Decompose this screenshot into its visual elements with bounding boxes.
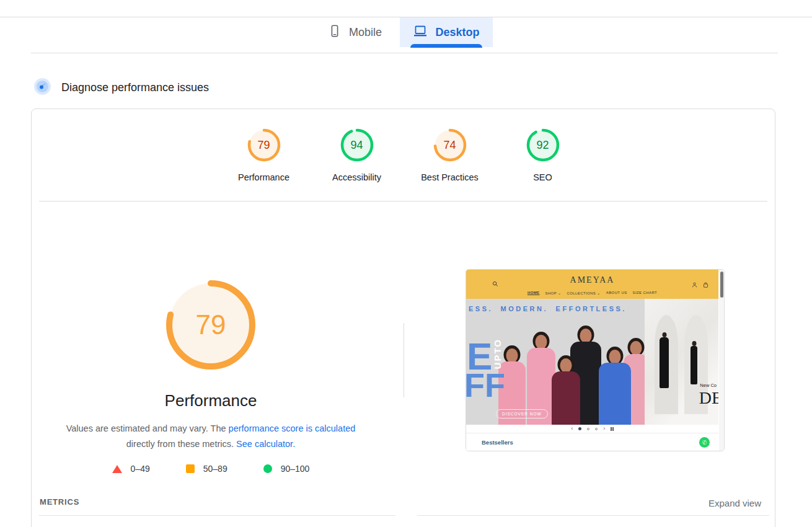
preview-side-word: DE <box>699 388 718 408</box>
tabs-bottom-divider <box>31 53 778 53</box>
section-heading: Diagnose performance issues <box>61 81 209 94</box>
preview-nav-shop: SHOP ⌄ <box>545 291 562 295</box>
seo-score: 92 <box>526 128 560 162</box>
legend-average: 50–89 <box>186 464 227 474</box>
preview-nav-size-chart: SIZE CHART <box>633 291 658 295</box>
summary-desc-text-2: directly from these metrics. <box>126 439 236 449</box>
carousel-dot <box>595 428 598 430</box>
preview-nav-about: ABOUT US <box>606 291 627 295</box>
score-legend: 0–49 50–89 90–100 <box>56 464 366 474</box>
carousel-dot <box>587 428 589 430</box>
preview-cart-icon <box>703 279 708 290</box>
preview-account-icon <box>692 279 697 290</box>
preview-bestsellers-label: Bestsellers <box>482 439 513 446</box>
preview-promo-text: FF <box>466 368 505 402</box>
tab-desktop[interactable]: Desktop <box>400 17 493 47</box>
pass-circle-icon <box>263 464 272 473</box>
column-divider <box>404 323 404 397</box>
suit-model-figure <box>660 337 669 388</box>
gauge-performance: 79 Performance <box>218 128 311 182</box>
best-practices-label: Best Practices <box>421 172 479 182</box>
preview-promo-upto: UPTO <box>492 339 503 369</box>
summary-description: Values are estimated and may vary. The p… <box>56 421 366 452</box>
carousel-dot-active <box>578 427 581 430</box>
preview-hero-headline: ESS. MODERN. EFFORTLESS. <box>469 305 627 312</box>
preview-scrollbar-thumb <box>720 272 723 298</box>
seo-label: SEO <box>533 172 552 182</box>
preview-site-logo: AMEYAA <box>466 275 718 285</box>
desktop-icon <box>413 24 428 42</box>
metrics-section-label: METRICS <box>40 497 79 507</box>
accessibility-score: 94 <box>340 128 374 162</box>
gauges-divider <box>39 201 767 202</box>
carousel-next-icon: › <box>603 426 605 432</box>
carousel-prev-icon: ‹ <box>571 426 573 432</box>
legend-pass-range: 90–100 <box>281 464 310 474</box>
performance-label: Performance <box>238 172 289 182</box>
legend-average-range: 50–89 <box>203 464 227 474</box>
preview-nav: HOME SHOP ⌄ COLLECTIONS ⌄ ABOUT US SIZE … <box>466 291 718 295</box>
metrics-divider-left <box>39 515 395 516</box>
big-gauge-score: 79 <box>164 278 257 371</box>
preview-carousel-controls: ‹ › <box>466 425 718 433</box>
gauge-best-practices: 74 Best Practices <box>404 128 496 182</box>
preview-content: AMEYAA HOME <box>466 270 718 451</box>
preview-side-slide: New Co DE <box>645 299 718 425</box>
tab-active-indicator <box>410 44 482 48</box>
model-figure <box>599 347 631 425</box>
legend-fail-range: 0–49 <box>131 464 150 474</box>
tab-mobile[interactable]: Mobile <box>313 17 397 47</box>
carousel-pause-icon <box>611 427 614 431</box>
accessibility-label: Accessibility <box>332 172 381 182</box>
model-figure <box>552 355 580 425</box>
category-gauges-row: 79 Performance 94 Accessibility <box>32 128 775 182</box>
metrics-divider-right <box>417 515 769 516</box>
preview-scrollbar <box>719 270 724 451</box>
preview-nav-collections: COLLECTIONS ⌄ <box>567 291 601 295</box>
tab-desktop-label: Desktop <box>435 26 479 39</box>
gauge-accessibility: 94 Accessibility <box>311 128 404 182</box>
report-card: 79 Performance 94 Accessibility <box>31 108 775 527</box>
preview-nav-home: HOME <box>527 291 540 295</box>
diagnose-gauge-icon <box>34 78 51 97</box>
pagespeed-report: Mobile Desktop Diagnose performance issu… <box>0 0 812 527</box>
suit-model-figure <box>691 346 697 384</box>
legend-fail: 0–49 <box>112 464 150 474</box>
best-practices-score: 74 <box>433 128 467 162</box>
summary-desc-text-1: Values are estimated and may vary. The <box>66 423 229 433</box>
tab-mobile-label: Mobile <box>349 26 382 39</box>
performance-score: 79 <box>247 128 281 162</box>
fail-triangle-icon <box>112 465 122 473</box>
preview-site-header: AMEYAA HOME <box>466 270 718 299</box>
expand-view-button[interactable]: Expand view <box>708 498 761 508</box>
site-screenshot-thumbnail[interactable]: AMEYAA HOME <box>466 269 725 451</box>
performance-big-gauge: 79 <box>164 278 257 371</box>
preview-side-caption: New Co <box>700 383 717 388</box>
gauge-seo: 92 SEO <box>496 128 589 182</box>
whatsapp-icon: ✆ <box>699 437 710 448</box>
summary-title: Performance <box>56 391 366 410</box>
score-calculation-link[interactable]: performance score is calculated <box>229 423 356 433</box>
average-square-icon <box>186 464 195 473</box>
see-calculator-link[interactable]: See calculator. <box>236 439 295 449</box>
preview-discover-button: DISCOVER NOW <box>496 409 548 418</box>
preview-bestsellers-row: Bestsellers ✆ <box>466 433 718 451</box>
mobile-icon <box>328 24 342 41</box>
legend-pass: 90–100 <box>263 464 310 474</box>
preview-hero-banner: ESS. MODERN. EFFORTLESS. E <box>466 299 718 425</box>
